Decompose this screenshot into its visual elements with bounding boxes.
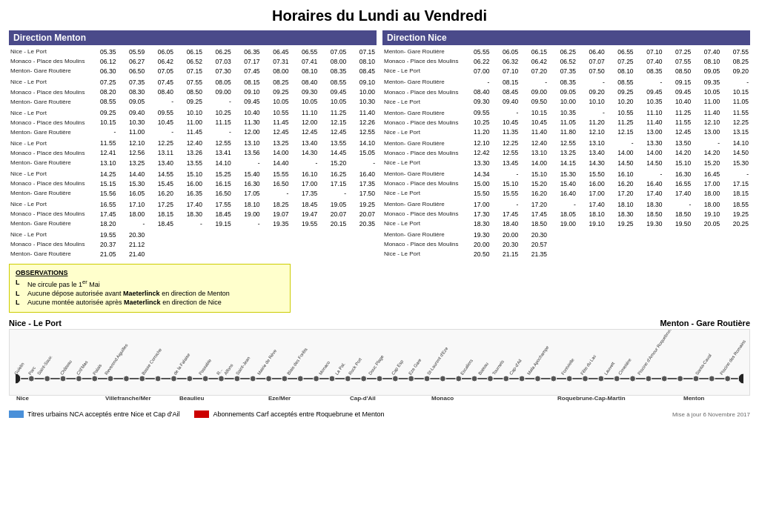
- legend-color-box: [194, 410, 209, 418]
- direction-nice-header: Direction Nice: [382, 30, 750, 45]
- obs-text: Ne circule pas le 1er Mai: [27, 279, 100, 288]
- svg-point-23: [361, 376, 367, 382]
- time-cell: 19.10: [692, 210, 721, 219]
- time-cell: 08.05: [204, 76, 233, 87]
- svg-point-16: [250, 376, 256, 382]
- time-cell: 06.45: [262, 47, 291, 57]
- time-cell: 20.00: [491, 229, 520, 240]
- time-cell: 07.55: [721, 47, 750, 57]
- zone-label: Nice: [16, 395, 29, 402]
- time-cell: 06.27: [117, 57, 146, 67]
- stop-label: Reverend Aiguilles: [105, 343, 129, 376]
- time-cell: 11.00: [175, 118, 204, 127]
- time-cell: -: [577, 76, 606, 87]
- time-cell: 13.10: [520, 148, 548, 158]
- time-cell: 08.45: [491, 87, 520, 97]
- svg-point-20: [314, 376, 319, 382]
- svg-point-27: [424, 376, 430, 382]
- svg-point-18: [282, 376, 288, 382]
- stop-name: Menton- Gare Routière: [382, 168, 463, 179]
- time-cell: 10.40: [663, 97, 692, 107]
- time-cell: 12.45: [262, 127, 291, 137]
- time-cell: 21.12: [117, 240, 146, 250]
- time-cell: 09.10: [233, 87, 262, 97]
- svg-point-22: [345, 376, 351, 382]
- time-cell: 05.59: [117, 47, 146, 57]
- time-cell: 15.50: [577, 168, 606, 179]
- svg-point-4: [60, 376, 66, 382]
- time-cell: 15.10: [520, 168, 548, 179]
- svg-point-39: [614, 376, 620, 382]
- svg-point-6: [92, 376, 98, 382]
- time-cell: 10.00: [348, 87, 377, 97]
- stop-name: Monaco - Place des Moulins: [382, 179, 463, 189]
- time-cell: 16.20: [520, 189, 548, 199]
- time-cell: 18.15: [146, 210, 175, 219]
- time-cell: 12.55: [348, 127, 377, 137]
- time-cell: 17.25: [146, 199, 175, 210]
- time-cell: 11.30: [233, 118, 262, 127]
- time-cell: 06.52: [175, 57, 204, 67]
- time-cell: 17.40: [635, 189, 664, 199]
- route-end: Menton - Gare Routière: [660, 319, 750, 327]
- svg-point-36: [566, 376, 572, 382]
- time-cell: 15.40: [233, 168, 262, 179]
- time-cell: 17.15: [721, 179, 750, 189]
- stop-name: Menton- Gare Routière: [9, 67, 89, 76]
- time-cell: 19.55: [89, 229, 118, 240]
- svg-point-12: [187, 376, 193, 382]
- time-cell: 11.40: [692, 107, 721, 118]
- stop-name: Menton- Gare Routière: [382, 137, 463, 148]
- observation-item: LAucune dépose autorisée avant Maeterlin…: [16, 290, 284, 297]
- time-cell: 13.30: [463, 159, 491, 168]
- time-cell: 11.10: [290, 107, 319, 118]
- time-cell: 15.30: [721, 159, 750, 168]
- time-cell: 08.40: [290, 76, 319, 87]
- svg-point-17: [266, 376, 272, 382]
- stop-name: Monaco - Place des Moulins: [382, 118, 463, 127]
- time-cell: 12.26: [348, 118, 377, 127]
- svg-point-30: [471, 376, 477, 382]
- stop-label: Basse Corniche: [141, 348, 162, 376]
- time-cell: 17.00: [577, 189, 606, 199]
- stop-name: Monaco - Place des Moulins: [382, 210, 463, 219]
- time-cell: 19.00: [233, 210, 262, 219]
- time-cell: 06.12: [89, 57, 118, 67]
- time-cell: 06.50: [117, 67, 146, 76]
- svg-point-3: [44, 376, 50, 382]
- time-cell: 06.52: [548, 57, 577, 67]
- stop-name: Menton- Gare Routière: [9, 219, 89, 229]
- zone-label: Roquebrune-Cap-Martin: [557, 395, 626, 402]
- time-cell: -: [520, 76, 548, 87]
- time-cell: 09.45: [635, 87, 664, 97]
- time-cell: 15.00: [463, 179, 491, 189]
- time-cell: 08.25: [721, 57, 750, 67]
- time-cell: 15.10: [491, 179, 520, 189]
- time-cell: 11.55: [663, 118, 692, 127]
- time-cell: 10.15: [721, 87, 750, 97]
- time-cell: 20.25: [721, 219, 750, 229]
- time-cell: 09.05: [548, 87, 577, 97]
- stop-name: Nice - Le Port: [382, 127, 463, 137]
- time-cell: 09.00: [204, 87, 233, 97]
- stop-name: Menton- Gare Routière: [9, 127, 89, 137]
- time-cell: 17.45: [89, 210, 118, 219]
- time-cell: -: [692, 137, 721, 148]
- page-title: Horaires du Lundi au Vendredi: [9, 7, 750, 24]
- time-cell: 11.55: [721, 107, 750, 118]
- time-cell: 07.35: [548, 67, 577, 76]
- time-cell: 13.10: [233, 137, 262, 148]
- time-cell: 14.40: [262, 159, 291, 168]
- time-cell: 18.40: [491, 219, 520, 229]
- time-cell: 16.15: [204, 179, 233, 189]
- time-cell: 10.05: [262, 97, 291, 107]
- time-cell: -: [117, 219, 146, 229]
- time-cell: 12.45: [663, 127, 692, 137]
- time-cell: 16.55: [89, 199, 118, 210]
- time-cell: 06.22: [463, 57, 491, 67]
- time-cell: 09.05: [117, 97, 146, 107]
- svg-point-24: [377, 376, 382, 382]
- time-cell: 16.00: [175, 179, 204, 189]
- time-cell: 13.25: [117, 159, 146, 168]
- time-cell: 15.55: [491, 189, 520, 199]
